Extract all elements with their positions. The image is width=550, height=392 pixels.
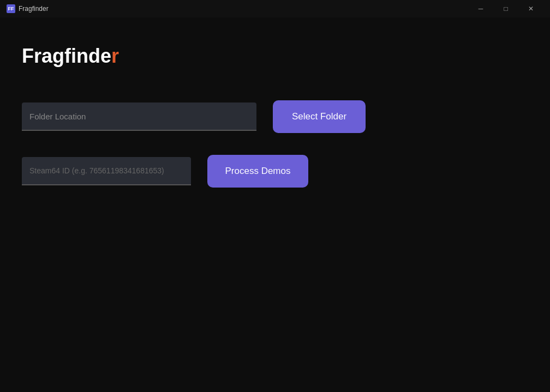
steam-id-row: Process Demos: [22, 155, 528, 188]
minimize-button[interactable]: ─: [468, 0, 493, 17]
title-bar-controls: ─ □ ✕: [468, 0, 543, 17]
close-button[interactable]: ✕: [518, 0, 543, 17]
folder-location-input[interactable]: [22, 102, 256, 131]
app-icon: FF: [7, 4, 15, 13]
maximize-button[interactable]: □: [493, 0, 518, 17]
main-content: Fragfinder Select Folder Process Demos: [0, 17, 550, 237]
select-folder-button[interactable]: Select Folder: [273, 100, 366, 133]
title-accent: r: [111, 45, 119, 67]
title-bar: FF Fragfinder ─ □ ✕: [0, 0, 550, 17]
folder-row: Select Folder: [22, 100, 528, 133]
title-bar-left: FF Fragfinder: [7, 4, 49, 13]
app-title: Fragfinder: [22, 45, 528, 68]
process-demos-button[interactable]: Process Demos: [207, 155, 308, 188]
steam64-id-input[interactable]: [22, 157, 191, 185]
title-bar-title: Fragfinder: [19, 5, 49, 13]
